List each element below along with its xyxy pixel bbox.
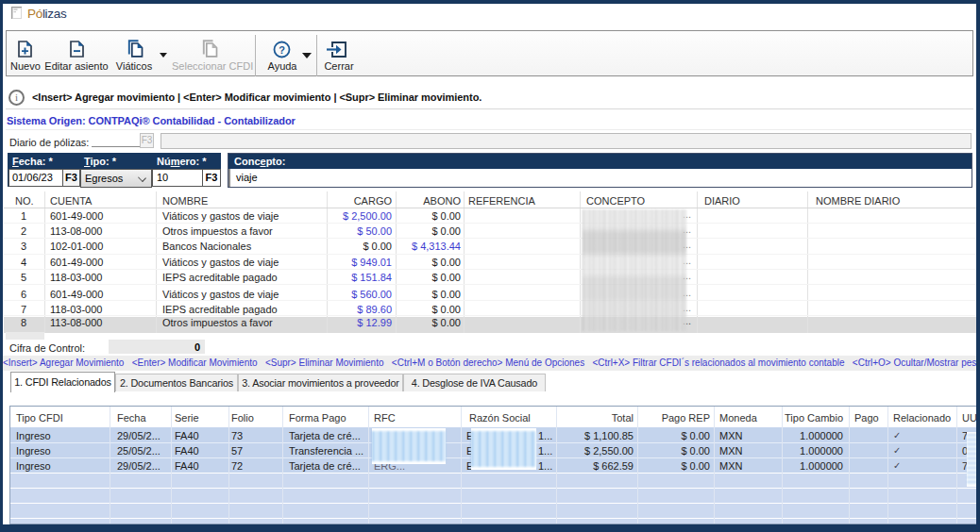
svg-text:?: ?	[279, 44, 285, 56]
